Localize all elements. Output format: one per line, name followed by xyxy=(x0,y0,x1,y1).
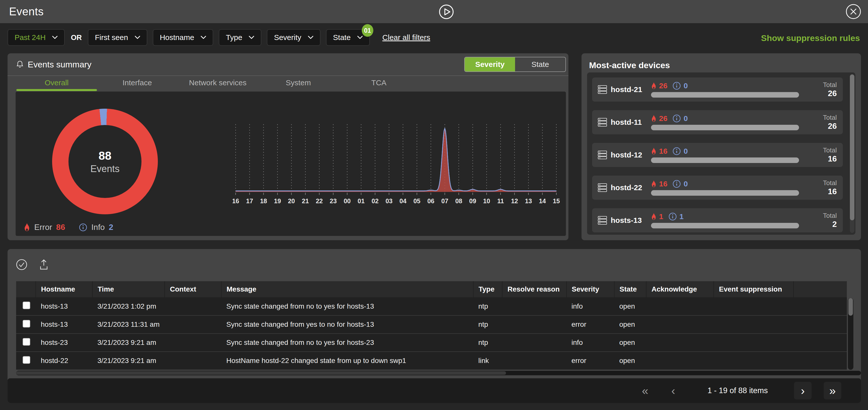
device-info-count: 0 xyxy=(683,180,688,188)
col-context[interactable]: Context xyxy=(165,281,221,297)
flame-icon xyxy=(651,180,656,187)
device-identity: hostd-21 xyxy=(598,85,651,94)
play-button[interactable] xyxy=(438,4,454,20)
device-list-scroll-thumb[interactable] xyxy=(850,74,855,220)
toggle-state-button[interactable]: State xyxy=(515,57,565,71)
last-page-button[interactable]: » xyxy=(824,382,841,400)
svg-text:08: 08 xyxy=(455,198,462,205)
cell-message: HostName hostd-22 changed state from up … xyxy=(221,352,473,370)
export-button[interactable] xyxy=(38,259,50,271)
most-active-devices-title: Most-active devices xyxy=(589,60,670,70)
device-total-value: 16 xyxy=(809,187,837,196)
table-horizontal-scroll-thumb[interactable] xyxy=(16,371,506,375)
time-range-dropdown[interactable]: Past 24H xyxy=(7,29,65,46)
donut-legend: Error 86 Info 2 xyxy=(24,223,113,232)
events-summary-header: Events summary Severity State xyxy=(7,53,568,76)
cell-message: Sync state changed from no to yes for ho… xyxy=(221,334,473,352)
donut-total-label: Events xyxy=(90,164,120,174)
col-resolve-reason[interactable]: Resolve reason xyxy=(502,281,566,297)
col-event-suppression[interactable]: Event suppression xyxy=(714,281,794,297)
tab-network-services[interactable]: Network services xyxy=(178,76,258,91)
donut-total-value: 88 xyxy=(98,149,111,163)
col-message[interactable]: Message xyxy=(221,281,473,297)
device-total-label: Total xyxy=(809,81,837,89)
svg-text:20: 20 xyxy=(288,198,295,205)
type-dropdown[interactable]: Type xyxy=(219,29,261,46)
device-card[interactable]: hostd-12 16 0 Total xyxy=(592,143,843,167)
col-severity[interactable]: Severity xyxy=(566,281,614,297)
svg-text:22: 22 xyxy=(316,198,323,205)
first-seen-dropdown[interactable]: First seen xyxy=(88,29,147,46)
tab-tca[interactable]: TCA xyxy=(339,76,419,91)
info-icon xyxy=(673,81,681,90)
col-hostname[interactable]: Hostname xyxy=(36,281,92,297)
first-page-button[interactable]: « xyxy=(637,384,653,398)
cell-hostname: hosts-13 xyxy=(36,297,92,315)
device-card[interactable]: hosts-13 1 1 Total xyxy=(592,208,843,232)
device-identity: hosts-13 xyxy=(598,215,651,225)
device-card[interactable]: hostd-21 26 0 Total xyxy=(592,77,843,102)
close-button[interactable] xyxy=(845,3,862,20)
table-vertical-scrollbar[interactable] xyxy=(848,298,854,370)
state-dropdown[interactable]: State 01 xyxy=(326,29,370,46)
device-card[interactable]: hostd-11 26 0 Total xyxy=(592,110,843,134)
cell-severity: error xyxy=(566,315,614,334)
row-checkbox[interactable] xyxy=(23,302,30,309)
flame-icon xyxy=(24,223,30,232)
device-name: hostd-12 xyxy=(611,151,642,159)
donut-center: 88 Events xyxy=(68,125,142,198)
legend-error-label: Error xyxy=(34,223,52,232)
col-type[interactable]: Type xyxy=(473,281,502,297)
table-vertical-scroll-thumb[interactable] xyxy=(848,298,853,316)
cell-context xyxy=(165,352,221,370)
server-icon xyxy=(598,117,607,127)
cell-acknowledge xyxy=(646,297,714,315)
device-list-scrollbar[interactable] xyxy=(850,74,855,233)
show-suppression-rules-link[interactable]: Show suppression rules xyxy=(761,33,860,43)
cell-severity: info xyxy=(566,334,614,352)
clear-all-filters-link[interactable]: Clear all filters xyxy=(382,33,430,42)
device-total-value: 26 xyxy=(809,89,837,98)
device-total-value: 26 xyxy=(809,122,837,131)
device-activity-bar xyxy=(651,158,799,163)
cell-context xyxy=(165,297,221,315)
device-name: hostd-22 xyxy=(611,183,642,192)
tab-overall[interactable]: Overall xyxy=(17,76,97,91)
table-row: hosts-13 3/21/2023 11:31 am Sync state c… xyxy=(16,315,847,334)
row-checkbox[interactable] xyxy=(23,356,30,364)
hostname-label: Hostname xyxy=(160,33,194,42)
previous-page-button[interactable]: ‹ xyxy=(665,384,681,398)
next-page-button[interactable]: › xyxy=(794,382,812,400)
col-acknowledge[interactable]: Acknowledge xyxy=(646,281,714,297)
cell-state: open xyxy=(614,315,646,334)
toggle-severity-button[interactable]: Severity xyxy=(465,57,515,71)
tab-system[interactable]: System xyxy=(258,76,339,91)
col-state[interactable]: State xyxy=(614,281,646,297)
legend-info-label: Info xyxy=(91,223,105,232)
cell-resolve-reason xyxy=(502,334,566,352)
tab-interface[interactable]: Interface xyxy=(97,76,178,91)
device-error-count: 16 xyxy=(659,180,668,188)
cell-resolve-reason xyxy=(502,315,566,334)
table-horizontal-scrollbar[interactable] xyxy=(16,371,861,375)
hostname-dropdown[interactable]: Hostname xyxy=(153,29,214,46)
cell-time: 3/21/2023 1:02 pm xyxy=(92,297,165,315)
most-active-devices-panel: Most-active devices hostd-21 xyxy=(582,53,861,240)
severity-dropdown[interactable]: Severity xyxy=(267,29,320,46)
events-table-panel: Hostname Time Context Message Type Resol… xyxy=(7,249,861,403)
acknowledge-selected-button[interactable] xyxy=(16,259,28,271)
severity-donut-chart: 88 Events xyxy=(52,109,158,214)
cell-time: 3/21/2023 9:21 am xyxy=(92,352,165,370)
state-label: State xyxy=(333,33,351,42)
cell-context xyxy=(165,315,221,334)
server-icon xyxy=(598,150,607,160)
device-counts: 26 0 xyxy=(651,114,799,123)
info-icon xyxy=(673,147,681,156)
cell-severity: info xyxy=(566,297,614,315)
device-card[interactable]: hostd-22 16 0 Total xyxy=(592,176,843,200)
cell-type: ntp xyxy=(473,315,502,334)
row-checkbox[interactable] xyxy=(23,320,30,328)
col-time[interactable]: Time xyxy=(92,281,165,297)
cell-acknowledge xyxy=(646,315,714,334)
row-checkbox[interactable] xyxy=(23,338,30,346)
